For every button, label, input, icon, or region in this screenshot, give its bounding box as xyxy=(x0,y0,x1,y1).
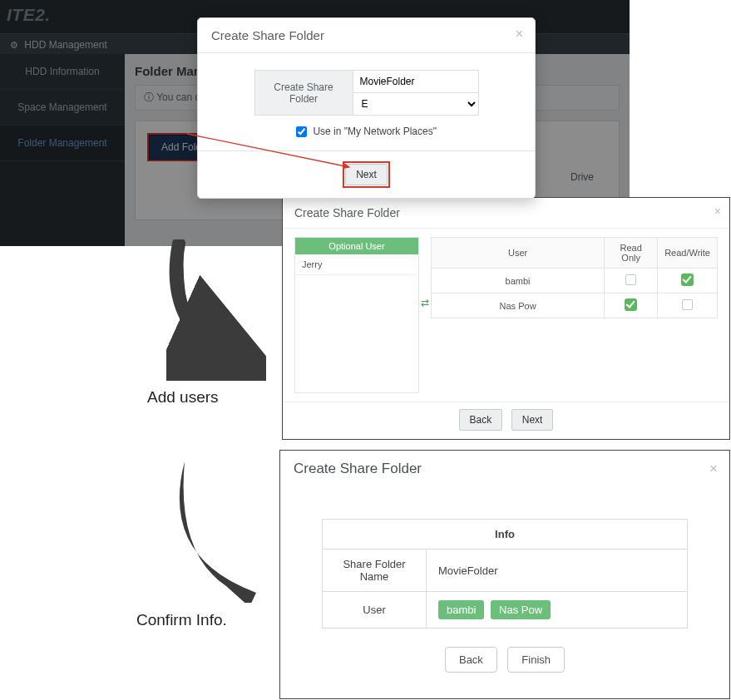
finish-button[interactable]: Finish xyxy=(507,647,565,673)
modal1-form: Create Share Folder E xyxy=(254,70,479,116)
permission-table: User Read Only Read/Write bambi Nas Pow xyxy=(431,237,718,318)
network-places-checkbox[interactable] xyxy=(296,126,307,137)
back-button[interactable]: Back xyxy=(445,647,497,673)
close-icon[interactable]: × xyxy=(516,27,523,42)
info-table: Info Share Folder Name MovieFolder User … xyxy=(322,519,688,629)
back-button[interactable]: Back xyxy=(459,409,503,431)
modal3-footer: Back Finish xyxy=(280,638,729,681)
readwrite-checkbox[interactable] xyxy=(682,299,693,310)
col-user: User xyxy=(432,238,605,269)
next-button[interactable]: Next xyxy=(511,409,554,431)
close-icon[interactable]: × xyxy=(709,461,718,477)
table-row: bambi xyxy=(432,269,718,293)
perm-user: bambi xyxy=(432,269,605,293)
col-readonly: Read Only xyxy=(605,238,658,269)
step-arrow-2 xyxy=(166,461,266,603)
permission-area: ⇄ User Read Only Read/Write bambi Nas Po… xyxy=(431,237,718,393)
readonly-checkbox[interactable] xyxy=(625,298,637,311)
next-button-highlight: Next xyxy=(343,161,390,188)
step-label-confirm: Confirm Info. xyxy=(136,611,227,629)
modal2-title: Create Share Folder xyxy=(294,206,400,219)
row-name-label: Share Folder Name xyxy=(323,550,427,592)
modal-create-folder-step2: Create Share Folder × Optional User Jerr… xyxy=(282,197,730,440)
field-label: Create Share Folder xyxy=(254,71,353,116)
modal1-header: Create Share Folder × xyxy=(198,18,535,53)
row-user-value: bambi Nas Pow xyxy=(427,592,688,629)
optional-user-item[interactable]: Jerry xyxy=(295,254,418,275)
modal3-title: Create Share Folder xyxy=(294,461,422,476)
modal2-footer: Back Next xyxy=(283,402,729,437)
modal-create-folder-step1: Create Share Folder × Create Share Folde… xyxy=(197,17,536,199)
step-label-add-users: Add users xyxy=(147,388,219,407)
optional-user-header: Optional User xyxy=(295,238,418,254)
row-name-value: MovieFolder xyxy=(427,550,688,592)
user-badge: Nas Pow xyxy=(491,600,551,619)
close-icon[interactable]: × xyxy=(714,205,721,218)
swap-icon[interactable]: ⇄ xyxy=(421,297,429,308)
modal1-title: Create Share Folder xyxy=(211,28,324,42)
readonly-checkbox[interactable] xyxy=(625,274,636,285)
perm-user: Nas Pow xyxy=(432,293,605,318)
info-heading: Info xyxy=(323,520,688,550)
optional-user-list: Optional User Jerry xyxy=(294,237,419,393)
step-arrow-1-overlay xyxy=(166,239,266,381)
next-button[interactable]: Next xyxy=(345,164,388,185)
row-user-label: User xyxy=(323,592,427,629)
drive-select[interactable]: E xyxy=(353,93,478,115)
modal-create-folder-step3: Create Share Folder × Info Share Folder … xyxy=(279,450,730,699)
modal3-header: Create Share Folder × xyxy=(280,451,729,487)
user-badge: bambi xyxy=(438,600,484,619)
modal1-footer: Next xyxy=(198,150,535,198)
modal2-header: Create Share Folder × xyxy=(283,198,729,229)
folder-name-input[interactable] xyxy=(353,71,478,92)
col-readwrite: Read/Write xyxy=(658,238,718,269)
readwrite-checkbox[interactable] xyxy=(681,274,694,286)
table-row: Nas Pow xyxy=(432,293,718,318)
checkbox-label: Use in "My Network Places" xyxy=(313,126,437,137)
